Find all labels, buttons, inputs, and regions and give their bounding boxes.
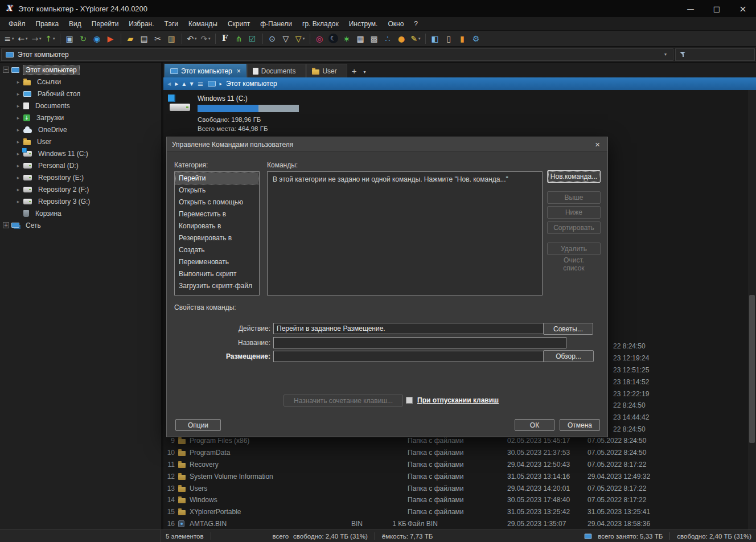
screen-button[interactable]: ▣ <box>64 32 76 46</box>
panel-button[interactable]: ▮ <box>457 32 469 46</box>
action-input[interactable] <box>273 323 566 334</box>
zoom-button[interactable]: ◉ <box>91 32 104 46</box>
address-field[interactable]: Этот компьютер ▾ <box>1 48 673 61</box>
file-row[interactable]: 12 System Volume Information Папка с фай… <box>163 470 748 482</box>
expand-icon[interactable]: ▸ <box>15 114 22 121</box>
sort-button[interactable]: Сортировать <box>547 221 601 234</box>
tree-item-drive-g[interactable]: ▸ Repository 3 (G:) <box>0 195 161 207</box>
expand-icon[interactable]: − <box>3 67 9 73</box>
settings-wrench-button[interactable]: ⚙ <box>470 32 483 46</box>
browse-button[interactable]: Обзор... <box>543 350 594 362</box>
undo-button[interactable]: ↶ ▾ <box>186 32 198 46</box>
address-dropdown-icon[interactable]: ▾ <box>662 52 669 57</box>
tree-item-this-computer[interactable]: − Этот компьютер <box>0 64 161 76</box>
tree-item-drive-f[interactable]: ▸ Repository 2 (F:) <box>0 183 161 195</box>
category-item[interactable]: Переименовать <box>175 256 258 268</box>
grid-button[interactable]: ▦ <box>355 32 367 46</box>
breadcrumb-back-icon[interactable]: ◀ <box>167 81 171 87</box>
expand-icon[interactable]: + <box>3 222 9 228</box>
file-name[interactable]: Users <box>190 484 351 492</box>
category-item[interactable]: Открыть <box>175 184 258 196</box>
menu-item[interactable]: Скрипт <box>223 18 255 30</box>
menu-item[interactable]: Перейти <box>87 18 124 30</box>
dark-mode-button[interactable]: ☾ <box>327 32 340 46</box>
menu-button[interactable]: ≡ ▾ <box>3 32 15 46</box>
new-command-button[interactable]: Нов.команда... <box>547 170 601 183</box>
on-key-release-checkbox[interactable] <box>406 397 413 404</box>
go-button[interactable]: ▶ <box>105 32 117 46</box>
visual-filter-button[interactable]: ▽ ▾ <box>294 32 306 46</box>
tree-item-downloads[interactable]: ▸ Загрузки <box>0 112 161 124</box>
file-row[interactable]: 13 Users Папка с файлами 29.04.2023 14:2… <box>163 482 748 494</box>
redo-button[interactable]: ↷ ▾ <box>199 32 212 46</box>
category-item[interactable]: Выполнить скрипт <box>175 268 258 280</box>
tree-item-desktop[interactable]: ▸ Рабочий стол <box>0 88 161 100</box>
file-row[interactable]: 10 ProgramData Папка с файлами 30.05.202… <box>163 447 748 459</box>
expand-icon[interactable]: ▸ <box>15 162 22 169</box>
new-tab-button[interactable]: + <box>348 66 361 77</box>
refresh-button[interactable]: ↻ <box>77 32 90 46</box>
tree-item-drive-d[interactable]: ▸ Personal (D:) <box>0 159 161 171</box>
tab-user[interactable]: User <box>306 64 347 77</box>
maximize-button[interactable]: □ <box>704 0 730 17</box>
location-input[interactable] <box>273 351 566 362</box>
dialog-title-bar[interactable]: Управление Командами пользователя × <box>167 137 607 152</box>
menu-item[interactable]: Команды <box>183 18 223 30</box>
menu-item[interactable]: ф-Панели <box>255 18 297 30</box>
expand-icon[interactable]: ▸ <box>15 186 22 193</box>
expand-icon[interactable]: ▸ <box>15 102 22 109</box>
expand-icon[interactable]: ▸ <box>15 79 22 85</box>
vertical-scrollbar[interactable] <box>748 90 756 529</box>
tab-this-computer[interactable]: Этот компьютер × <box>165 64 246 77</box>
expand-icon[interactable]: ▸ <box>15 150 22 157</box>
toolbar-separator[interactable] <box>60 34 60 44</box>
tree-item-recycle-bin[interactable]: Корзина <box>0 207 161 219</box>
copy-button[interactable]: ▤ <box>138 32 151 46</box>
toolbar-separator[interactable] <box>215 34 216 44</box>
highlight-button[interactable]: ✎ ▾ <box>409 32 422 46</box>
dual-pane-button[interactable]: ◧ <box>429 32 442 46</box>
delete-button[interactable]: Удалить <box>547 243 601 255</box>
drive-info-block[interactable]: Windows 11 (C:) Свободно: 198,96 ГБ Всег… <box>168 95 299 133</box>
category-list[interactable]: Перейти Открыть Открыть с помощью Переме… <box>174 171 260 295</box>
menu-item[interactable]: Вид <box>64 18 87 30</box>
new-folder-button[interactable]: ▰ <box>125 32 137 46</box>
breadcrumb-forward-icon[interactable]: ▶ <box>175 81 178 87</box>
file-row[interactable]: 14 Windows Папка с файлами 30.05.2023 17… <box>163 494 748 506</box>
menu-item[interactable]: ? <box>409 18 423 30</box>
category-item[interactable]: Резервировать в <box>175 232 258 244</box>
font-button[interactable]: F <box>219 32 232 46</box>
catalog-button[interactable]: ▯ <box>443 32 455 46</box>
file-name[interactable]: AMTAG.BIN <box>190 520 351 528</box>
tree-item-network[interactable]: + Сеть <box>0 219 161 231</box>
file-row[interactable]: 11 Recovery Папка с файлами 29.04.2023 1… <box>163 459 748 471</box>
find-files-button[interactable]: ⊙ <box>266 32 279 46</box>
category-item[interactable]: Загрузить скрипт-файл <box>175 280 258 292</box>
menu-item[interactable]: Тэги <box>159 18 184 30</box>
tab-documents[interactable]: Documents <box>247 64 306 77</box>
file-name[interactable]: Program Files (x86) <box>190 437 351 445</box>
dialog-close-icon[interactable]: × <box>593 139 602 149</box>
tree-style-button[interactable]: ⋔ <box>233 32 245 46</box>
breadcrumb-up-icon[interactable]: ▲ <box>182 81 186 87</box>
toolbar-separator[interactable] <box>121 34 121 44</box>
hotlist-button[interactable]: ◎ <box>314 32 326 46</box>
file-name[interactable]: System Volume Information <box>190 473 351 481</box>
file-row[interactable]: 16 AMTAG.BIN BIN 1 КБ Файл BIN 29.05.202… <box>163 518 748 529</box>
checkbox-select-button[interactable]: ☑ <box>246 32 259 46</box>
name-input[interactable] <box>273 337 566 348</box>
file-row[interactable]: 15 XYplorerPortable Папка с файлами 31.0… <box>163 506 748 518</box>
cut-button[interactable]: ✂ <box>152 32 165 46</box>
tab-list-dropdown-icon[interactable]: ▾ <box>361 69 369 77</box>
breadcrumb-menu-icon[interactable]: ≡ <box>198 80 204 88</box>
expand-icon[interactable] <box>15 210 22 217</box>
minimize-button[interactable]: — <box>677 0 704 17</box>
expand-icon[interactable]: ▸ <box>15 126 22 133</box>
options-button[interactable]: Опции <box>175 419 221 431</box>
expand-icon[interactable]: ▸ <box>15 138 22 145</box>
type-stats-button[interactable]: ▩ <box>368 32 381 46</box>
close-button[interactable]: × <box>730 0 756 17</box>
tree-item-user[interactable]: ▸ User <box>0 136 161 147</box>
assign-hotkey-button[interactable]: Назначить сочетание клавиш... <box>284 395 403 406</box>
filter-button[interactable]: ▽ <box>280 32 293 46</box>
